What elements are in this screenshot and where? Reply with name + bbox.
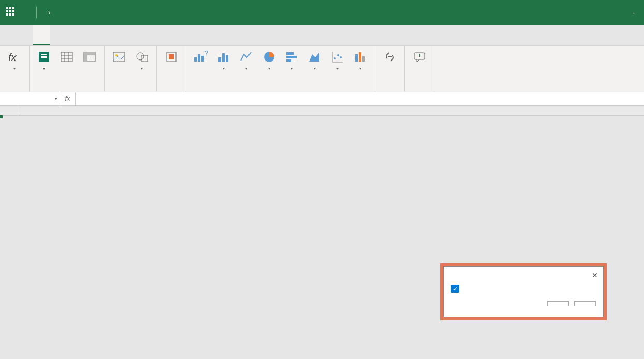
svg-rect-19: [198, 54, 200, 62]
forms-icon: [36, 49, 52, 65]
function-icon: fx: [6, 49, 23, 65]
area-chart-button[interactable]: ▾: [303, 48, 326, 72]
picture-button[interactable]: [108, 48, 130, 67]
recommended-charts-button[interactable]: ?: [189, 48, 212, 67]
picture-icon: [111, 49, 127, 65]
group-illustrations: ▾: [105, 46, 157, 92]
pie-chart-icon: [261, 49, 277, 65]
bar-chart-button[interactable]: ▾: [281, 48, 303, 72]
tab-insert[interactable]: [33, 25, 50, 45]
svg-rect-26: [286, 52, 294, 55]
svg-text:+: +: [418, 52, 421, 59]
svg-rect-15: [141, 55, 148, 62]
svg-rect-28: [286, 59, 291, 62]
chevron-down-icon: ▾: [336, 66, 339, 71]
chevron-right-icon: ›: [48, 8, 51, 17]
selection-border: [0, 116, 2, 118]
svg-point-32: [334, 57, 336, 59]
hyperlink-button[interactable]: [378, 48, 401, 67]
comment-icon: +: [411, 49, 428, 65]
tab-file[interactable]: [0, 25, 17, 45]
addins-icon: [163, 49, 180, 65]
svg-point-13: [115, 54, 118, 56]
dialog-title: [444, 267, 603, 275]
group-charts: ? ▾ ▾ ▾ ▾: [186, 46, 375, 92]
svg-rect-27: [286, 56, 297, 58]
area-chart-icon: [306, 49, 323, 65]
scatter-chart-button[interactable]: ▾: [326, 48, 349, 72]
chevron-down-icon: ▾: [223, 66, 225, 71]
tab-data[interactable]: [50, 25, 66, 45]
scatter-chart-icon: [329, 49, 346, 65]
create-table-dialog: ✕ ✓: [443, 266, 604, 317]
group-comments: +: [405, 46, 434, 92]
app-launcher-icon[interactable]: [6, 7, 17, 18]
ribbon: fx ▾ ▾: [0, 46, 644, 92]
other-charts-icon: [352, 49, 369, 65]
pivottable-icon: [81, 49, 98, 65]
tab-review[interactable]: [66, 25, 83, 45]
create-table-dialog-highlight: ✕ ✓: [440, 263, 607, 320]
recommended-charts-icon: ?: [193, 49, 209, 65]
open-desktop-app[interactable]: [157, 25, 174, 45]
dash: -: [633, 9, 635, 17]
chevron-down-icon: ▾: [245, 66, 247, 71]
svg-rect-18: [194, 57, 197, 62]
group-functions: fx ▾: [0, 46, 30, 92]
svg-rect-20: [201, 56, 204, 62]
comment-button[interactable]: +: [408, 48, 431, 67]
fx-icon[interactable]: fx: [60, 92, 76, 105]
chevron-down-icon: ▾: [268, 66, 270, 71]
column-chart-icon: [215, 49, 232, 65]
close-icon[interactable]: ✕: [592, 271, 598, 279]
chevron-down-icon[interactable]: ▾: [55, 96, 57, 101]
breadcrumb[interactable]: ›: [44, 8, 55, 17]
chevron-down-icon: ▾: [43, 66, 45, 71]
ribbon-tabs: [0, 25, 644, 46]
formula-bar: ▾ fx: [0, 92, 644, 106]
svg-rect-35: [355, 54, 358, 62]
shapes-icon: [134, 49, 150, 65]
line-chart-button[interactable]: ▾: [235, 48, 258, 72]
bar-chart-icon: [284, 49, 300, 65]
spreadsheet-grid[interactable]: [0, 106, 644, 116]
chevron-down-icon: ▾: [359, 66, 361, 71]
tab-home[interactable]: [17, 25, 33, 45]
svg-rect-24: [226, 55, 228, 62]
svg-rect-3: [41, 56, 47, 58]
pie-chart-button[interactable]: ▾: [258, 48, 281, 72]
addins-button[interactable]: [160, 48, 183, 67]
formula-input[interactable]: [76, 92, 644, 105]
cancel-button[interactable]: [574, 301, 596, 306]
hyperlink-icon: [382, 49, 398, 65]
svg-marker-29: [309, 52, 319, 62]
ok-button[interactable]: [547, 301, 569, 306]
name-box[interactable]: ▾: [0, 92, 60, 105]
group-addins: [157, 46, 186, 92]
tab-help[interactable]: [99, 25, 116, 45]
divider: [36, 7, 37, 18]
svg-rect-17: [169, 54, 174, 59]
svg-point-14: [137, 53, 144, 60]
table-button[interactable]: [55, 48, 78, 67]
pivottable-button[interactable]: [78, 48, 101, 67]
title-bar: › -: [0, 0, 644, 25]
chevron-down-icon: ▾: [141, 66, 143, 71]
forms-button[interactable]: ▾: [33, 48, 55, 72]
other-charts-button[interactable]: ▾: [349, 48, 372, 72]
svg-point-34: [340, 56, 342, 58]
shapes-button[interactable]: ▾: [130, 48, 153, 72]
column-headers: [0, 106, 644, 116]
svg-rect-22: [218, 57, 221, 62]
chevron-down-icon: ▾: [13, 66, 16, 71]
tell-me-search[interactable]: [128, 25, 145, 45]
tab-view[interactable]: [83, 25, 99, 45]
column-chart-button[interactable]: ▾: [212, 48, 235, 72]
select-all-corner[interactable]: [0, 106, 18, 115]
headers-checkbox-row[interactable]: ✓: [451, 285, 596, 293]
line-chart-icon: [238, 49, 255, 65]
group-tables: ▾: [30, 46, 105, 92]
checkbox-checked-icon[interactable]: ✓: [451, 285, 459, 293]
svg-rect-11: [84, 52, 95, 55]
function-button[interactable]: fx ▾: [3, 48, 26, 72]
